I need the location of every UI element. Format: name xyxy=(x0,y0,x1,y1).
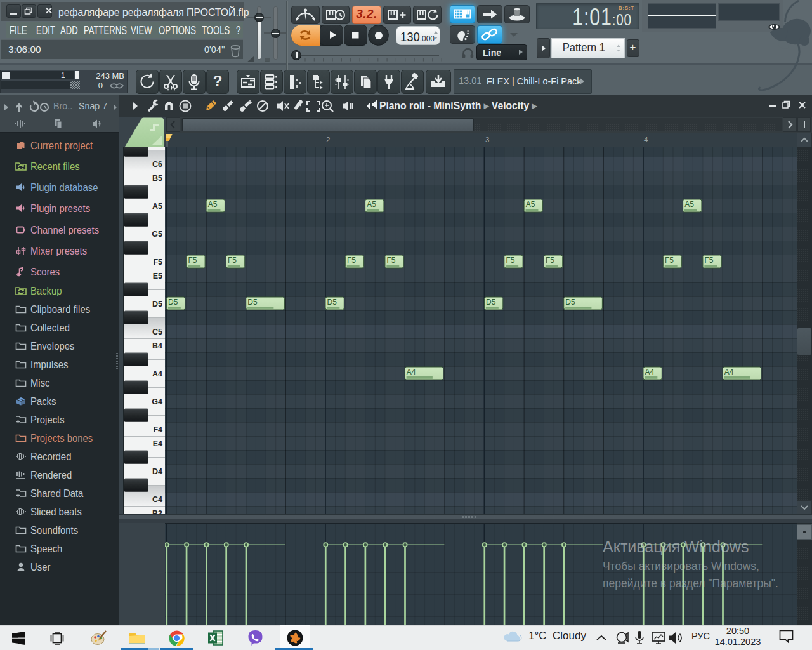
svg-text:C5: C5 xyxy=(152,328,162,336)
svg-text:A5: A5 xyxy=(367,200,376,209)
svg-text:B4: B4 xyxy=(152,342,162,350)
svg-text:D5: D5 xyxy=(168,298,178,307)
svg-text:F5: F5 xyxy=(347,256,356,265)
svg-text:G5: G5 xyxy=(152,230,162,239)
svg-text:D5: D5 xyxy=(565,298,575,307)
svg-text:D5: D5 xyxy=(247,298,258,307)
svg-text:F5: F5 xyxy=(387,256,396,265)
svg-text:B5: B5 xyxy=(152,174,162,183)
svg-text:F5: F5 xyxy=(705,256,714,265)
svg-text:F5: F5 xyxy=(228,256,237,265)
svg-text:D5: D5 xyxy=(327,298,337,307)
svg-text:D5: D5 xyxy=(152,300,162,308)
svg-text:B3: B3 xyxy=(152,509,162,514)
svg-text:F5: F5 xyxy=(506,256,514,265)
svg-text:F5: F5 xyxy=(153,258,162,267)
svg-text:F5: F5 xyxy=(188,256,197,265)
svg-text:C6: C6 xyxy=(152,160,162,169)
svg-text:A5: A5 xyxy=(208,200,218,209)
svg-text:A4: A4 xyxy=(152,369,162,378)
svg-text:A5: A5 xyxy=(526,200,535,209)
svg-text:A5: A5 xyxy=(152,202,162,211)
svg-text:C4: C4 xyxy=(152,495,162,504)
svg-text:F5: F5 xyxy=(546,256,554,265)
svg-text:A5: A5 xyxy=(684,200,694,209)
svg-text:F4: F4 xyxy=(153,425,162,434)
svg-text:A4: A4 xyxy=(645,368,655,376)
svg-text:D5: D5 xyxy=(486,298,496,307)
svg-text:A4: A4 xyxy=(724,368,734,376)
svg-text:F5: F5 xyxy=(665,256,674,265)
svg-text:G4: G4 xyxy=(152,397,162,406)
svg-text:E5: E5 xyxy=(153,272,162,281)
svg-text:A4: A4 xyxy=(407,368,416,376)
svg-text:D4: D4 xyxy=(152,467,162,476)
svg-text:E4: E4 xyxy=(153,439,162,448)
